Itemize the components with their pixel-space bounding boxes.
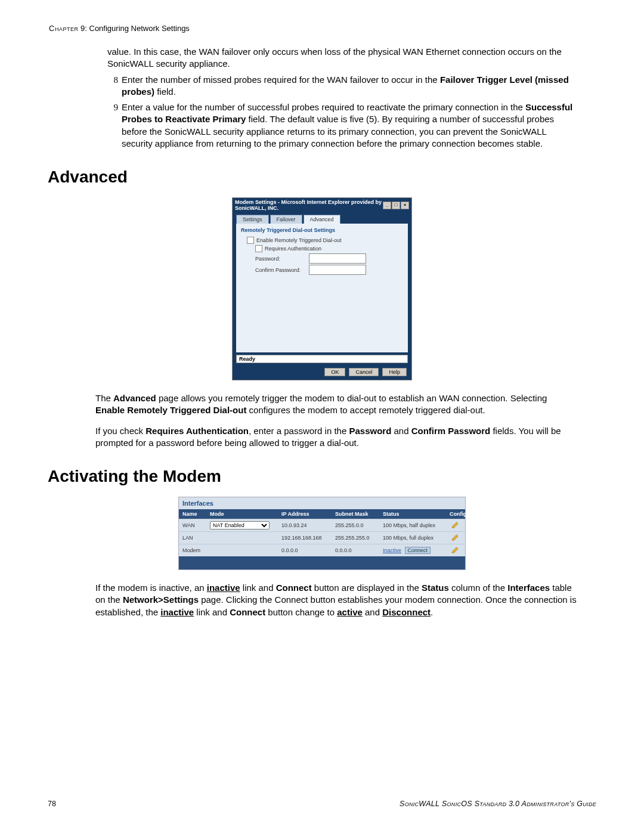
configure-icon[interactable] [451, 521, 460, 528]
inactive-link[interactable]: Inactive [383, 547, 401, 553]
modem-settings-dialog: Modem Settings - Microsoft Internet Expl… [232, 197, 412, 380]
confirm-password-field[interactable] [309, 265, 366, 275]
step-8: 8 Enter the number of missed probes requ… [107, 74, 578, 98]
tab-failover[interactable]: Failover [270, 215, 302, 224]
dialog-title: Modem Settings - Microsoft Internet Expl… [235, 199, 383, 211]
configure-icon[interactable] [451, 546, 460, 553]
minimize-icon[interactable]: _ [383, 202, 391, 209]
help-button[interactable]: Help [382, 368, 407, 376]
maximize-icon[interactable]: □ [392, 202, 400, 209]
step-9: 9 Enter a value for the number of succes… [107, 101, 578, 150]
tab-advanced[interactable]: Advanced [304, 215, 340, 224]
cancel-button[interactable]: Cancel [349, 368, 379, 376]
interfaces-panel: Interfaces Name Mode IP Address Subnet M… [178, 497, 466, 570]
interfaces-title: Interfaces [179, 497, 465, 509]
table-row: LAN 192.168.168.168 255.255.255.0 100 Mb… [179, 531, 465, 544]
dialog-section-title: Remotely Triggered Dial-out Settings [241, 227, 403, 233]
enable-dialout-label: Enable Remotely Triggered Dial-out [256, 237, 342, 243]
wan-mode-select[interactable]: NAT Enabled [210, 521, 270, 529]
enable-dialout-checkbox[interactable] [247, 237, 254, 244]
continuation-paragraph: value. In this case, the WAN failover on… [107, 46, 578, 70]
chapter-label: Chapter [49, 24, 78, 33]
chapter-title: Configuring Network Settings [89, 24, 190, 33]
interfaces-header-row: Name Mode IP Address Subnet Mask Status … [179, 509, 465, 519]
connect-button[interactable]: Connect [405, 547, 431, 554]
requires-auth-label: Requires Authentication [265, 246, 321, 252]
dialog-status: Ready [236, 355, 408, 363]
close-icon[interactable]: × [401, 202, 409, 209]
requires-auth-checkbox[interactable] [255, 245, 262, 252]
ok-button[interactable]: OK [324, 368, 345, 376]
chapter-header: Chapter 9: Configuring Network Settings [49, 24, 596, 33]
activating-paragraph: If the modem is inactive, an inactive li… [95, 582, 578, 618]
password-field[interactable] [309, 253, 366, 264]
chapter-number: 9 [80, 24, 85, 33]
confirm-password-label: Confirm Password: [255, 267, 309, 273]
password-label: Password: [255, 256, 309, 262]
configure-icon[interactable] [451, 534, 460, 541]
heading-advanced: Advanced [48, 168, 596, 187]
table-row: Modem 0.0.0.0 0.0.0.0 Inactive Connect [179, 544, 465, 556]
table-row: WAN NAT Enabled 10.0.93.24 255.255.0.0 1… [179, 519, 465, 531]
advanced-paragraph-2: If you check Requires Authentication, en… [95, 425, 578, 450]
advanced-paragraph-1: The Advanced page allows you remotely tr… [95, 392, 578, 417]
guide-title: SonicWALL SonicOS Standard 3.0 Administr… [400, 800, 596, 808]
interfaces-footer-bar [179, 556, 465, 569]
page-number: 78 [48, 800, 56, 808]
heading-activating-modem: Activating the Modem [48, 467, 596, 486]
tab-settings[interactable]: Settings [236, 215, 269, 224]
